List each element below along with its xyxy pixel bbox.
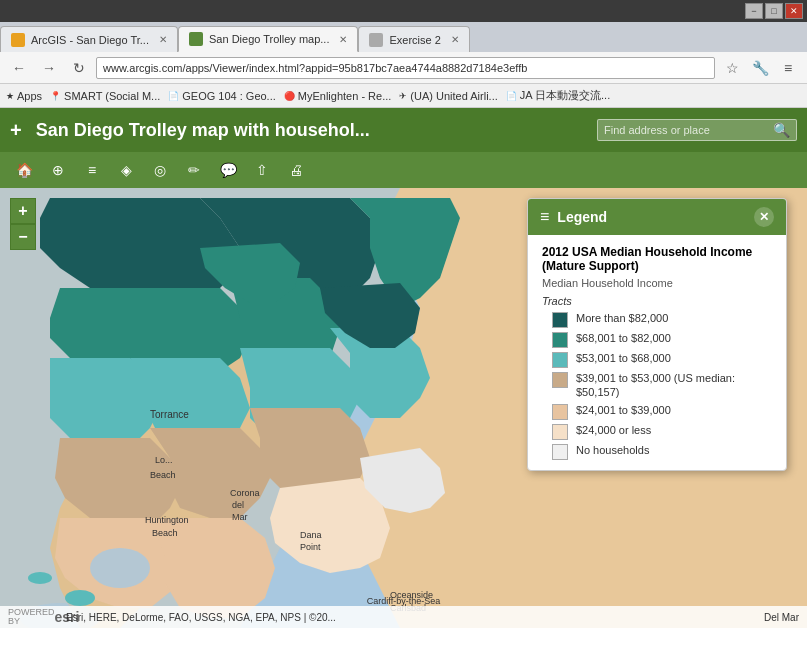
bookmark-united-label: (UA) United Airli... [410,90,497,102]
zoom-out-button[interactable]: − [10,224,36,250]
legend-header: ≡ Legend ✕ [528,199,786,235]
draw-tool-button[interactable]: ✏ [180,156,208,184]
legend-color-swatch [552,404,568,420]
legend-list-icon: ≡ [540,208,549,226]
zoom-in-button[interactable]: + [10,198,36,224]
bookmark-geog104[interactable]: 📄 GEOG 104 : Geo... [168,90,276,102]
bookmark-myenlighten[interactable]: 🔴 MyEnlighten - Re... [284,90,392,102]
legend-item-label: $68,001 to $82,000 [576,331,671,345]
close-button[interactable]: ✕ [785,3,803,19]
tab-label-trolley: San Diego Trolley map... [209,33,329,45]
tabs-bar: ArcGIS - San Diego Tr... ✕ San Diego Tro… [0,22,807,52]
zoom-controls: + − [10,198,36,250]
bookmark-smart-label: SMART (Social M... [64,90,160,102]
refresh-button[interactable]: ↻ [66,55,92,81]
legend-item: $39,001 to $53,000 (US median: $50,157) [552,371,772,400]
tab-close-trolley[interactable]: ✕ [339,34,347,45]
close-icon: ✕ [759,210,769,224]
map-header: + San Diego Trolley map with househol...… [0,108,807,152]
legend-color-swatch [552,444,568,460]
bookmark-ja[interactable]: 📄 JA 日本動漫交流... [506,88,610,103]
map-container[interactable]: Torrance Lo... Beach Huntington Beach Co… [0,108,807,628]
layers-tool-button[interactable]: ◈ [112,156,140,184]
title-bar: − □ ✕ [0,0,807,22]
legend-item: No households [552,443,772,460]
legend-layer-title: 2012 USA Median Household Income (Mature… [542,245,772,273]
back-button[interactable]: ← [6,55,32,81]
map-toolbar: 🏠 ⊕ ≡ ◈ ◎ ✏ 💬 ⇧ 🖨 [0,152,807,188]
tab-favicon-exercise [369,33,383,47]
window-controls[interactable]: − □ ✕ [745,3,803,19]
legend-item-label: $53,001 to $68,000 [576,351,671,365]
bookmark-apps-label: Apps [17,90,42,102]
map-location-text: Del Mar [764,612,799,623]
bookmark-enlighten-label: MyEnlighten - Re... [298,90,392,102]
minimize-button[interactable]: − [745,3,763,19]
navigation-bar: ← → ↻ ☆ 🔧 ≡ [0,52,807,84]
tab-close-exercise[interactable]: ✕ [451,34,459,45]
smart-icon: 📍 [50,91,61,101]
svg-text:Mar: Mar [232,512,248,522]
legend-item: More than $82,000 [552,311,772,328]
legend-section-title: Tracts [542,295,772,307]
legend-item: $68,001 to $82,000 [552,331,772,348]
airline-icon: ✈ [399,91,407,101]
tab-trolley[interactable]: San Diego Trolley map... ✕ [178,26,358,52]
search-icon[interactable]: 🔍 [773,122,790,138]
bookmark-star-button[interactable]: ☆ [719,55,745,81]
legend-color-swatch [552,312,568,328]
extensions-button[interactable]: 🔧 [747,55,773,81]
tab-favicon-trolley [189,32,203,46]
share-tool-button[interactable]: ⇧ [248,156,276,184]
bookmark-ja-label: JA 日本動漫交流... [520,88,610,103]
legend-item: $24,001 to $39,000 [552,403,772,420]
esri-logo: POWERED BY esri [8,608,58,626]
legend-item-label: $24,001 to $39,000 [576,403,671,417]
svg-point-26 [28,572,52,584]
search-input[interactable] [604,124,769,136]
add-layer-icon[interactable]: + [10,119,22,142]
geog-icon: 📄 [168,91,179,101]
ja-icon: 📄 [506,91,517,101]
legend-item-label: $39,001 to $53,000 (US median: $50,157) [576,371,772,400]
svg-text:Beach: Beach [152,528,178,538]
legend-subtitle: Median Household Income [542,277,772,289]
list-tool-button[interactable]: ≡ [78,156,106,184]
svg-text:Dana: Dana [300,530,322,540]
svg-text:Torrance: Torrance [150,409,189,420]
tab-label-arcgis: ArcGIS - San Diego Tr... [31,34,149,46]
legend-color-swatch [552,352,568,368]
location-tool-button[interactable]: ◎ [146,156,174,184]
tab-close-arcgis[interactable]: ✕ [159,34,167,45]
svg-text:Point: Point [300,542,321,552]
address-bar[interactable] [96,57,715,79]
legend-item: $53,001 to $68,000 [552,351,772,368]
bookmark-geog-label: GEOG 104 : Geo... [182,90,276,102]
legend-item-label: No households [576,443,649,457]
print-tool-button[interactable]: 🖨 [282,156,310,184]
comment-tool-button[interactable]: 💬 [214,156,242,184]
bookmark-smart[interactable]: 📍 SMART (Social M... [50,90,160,102]
tab-favicon-arcgis [11,33,25,47]
attribution-text: Cardiff-by-the-Sea [367,596,440,606]
enlighten-icon: 🔴 [284,91,295,101]
tab-arcgis[interactable]: ArcGIS - San Diego Tr... ✕ [0,26,178,52]
globe-tool-button[interactable]: ⊕ [44,156,72,184]
map-title: San Diego Trolley map with househol... [36,120,587,141]
tab-exercise[interactable]: Exercise 2 ✕ [358,26,469,52]
bookmark-united[interactable]: ✈ (UA) United Airli... [399,90,497,102]
apps-icon: ★ [6,91,14,101]
forward-button[interactable]: → [36,55,62,81]
legend-color-swatch [552,332,568,348]
status-bar: POWERED BY esri Esri, HERE, DeLorme, FAO… [0,606,807,628]
legend-body: 2012 USA Median Household Income (Mature… [528,235,786,470]
bookmark-apps[interactable]: ★ Apps [6,90,42,102]
home-tool-button[interactable]: 🏠 [10,156,38,184]
legend-close-button[interactable]: ✕ [754,207,774,227]
menu-button[interactable]: ≡ [775,55,801,81]
svg-text:del: del [232,500,244,510]
svg-text:Huntington: Huntington [145,515,189,525]
legend-item: $24,000 or less [552,423,772,440]
map-search[interactable]: 🔍 [597,119,797,141]
maximize-button[interactable]: □ [765,3,783,19]
